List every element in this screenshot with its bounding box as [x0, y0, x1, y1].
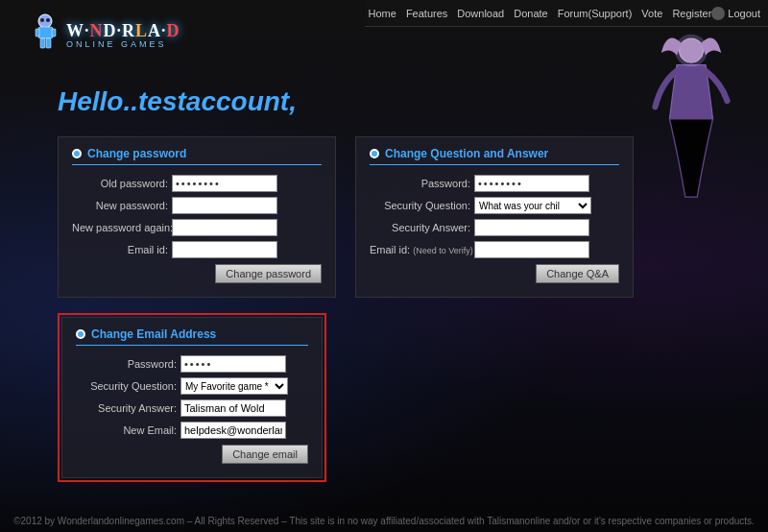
svg-rect-4: [36, 29, 39, 36]
change-qa-label: Change Question and Answer: [385, 147, 548, 160]
qa-email-input[interactable]: [474, 241, 589, 258]
qa-security-answer-label: Security Answer:: [370, 222, 470, 233]
footer: ©2012 by Wonderlandonlinegames.com – All…: [0, 516, 768, 526]
qa-email-row: Email id: (Need to Verify): [370, 241, 619, 258]
new-password-row: New password:: [72, 197, 322, 214]
change-email-outer-border: Change Email Address Password: Security …: [58, 313, 326, 482]
nav-logout[interactable]: Logout: [711, 7, 760, 20]
change-email-label: Change Email Address: [91, 327, 216, 341]
email-security-answer-row: Security Answer:: [76, 399, 308, 417]
old-password-row: Old password:: [72, 175, 322, 192]
new-password-label: New password:: [72, 200, 168, 211]
change-password-button[interactable]: Change password: [215, 264, 322, 283]
qa-email-note: (Need to Verify): [413, 246, 473, 255]
nav-register[interactable]: Register: [672, 8, 711, 19]
email-id-label: Email id:: [72, 244, 168, 255]
nav-donate[interactable]: Donate: [514, 8, 547, 19]
new-email-row: New Email:: [76, 422, 308, 439]
user-icon: [711, 7, 725, 20]
qa-security-question-select[interactable]: What was your chil What is your mother's…: [474, 197, 591, 214]
change-email-title: Change Email Address: [76, 327, 308, 346]
bullet-icon-2: [370, 149, 379, 158]
old-password-input[interactable]: [172, 175, 277, 192]
qa-security-answer-input[interactable]: [474, 219, 589, 236]
new-password-input[interactable]: [172, 197, 277, 214]
new-password-again-label: New password again:: [72, 222, 168, 233]
bullet-icon: [72, 149, 82, 158]
change-qa-btn-row: Change Q&A: [370, 264, 619, 283]
new-email-input[interactable]: [180, 422, 286, 439]
nav-forum[interactable]: Forum(Support): [558, 8, 633, 19]
nav-logout-label: Logout: [728, 8, 760, 19]
qa-security-question-label: Security Question:: [370, 200, 470, 211]
svg-point-0: [38, 14, 52, 28]
bullet-icon-3: [76, 329, 85, 339]
email-password-label: Password:: [76, 358, 177, 370]
email-id-input[interactable]: [172, 241, 277, 258]
change-password-btn-row: Change password: [72, 264, 322, 283]
qa-security-answer-row: Security Answer:: [370, 219, 619, 236]
email-security-answer-input[interactable]: [180, 399, 286, 417]
nav-home[interactable]: Home: [369, 8, 396, 19]
nav-features[interactable]: Features: [406, 8, 447, 19]
change-email-section: Change Email Address Password: Security …: [58, 313, 326, 482]
qa-password-row: Password:: [370, 175, 619, 192]
qa-password-label: Password:: [370, 178, 470, 189]
svg-point-1: [40, 18, 44, 22]
character-image: [643, 29, 739, 182]
change-password-title: Change password: [72, 147, 322, 165]
top-panels-row: Change password Old password: New passwo…: [58, 136, 634, 298]
greeting-text: Hello..testaccount,: [58, 86, 634, 117]
svg-rect-6: [40, 38, 45, 48]
change-email-button[interactable]: Change email: [222, 445, 308, 464]
email-id-row: Email id:: [72, 241, 322, 258]
change-email-panel: Change Email Address Password: Security …: [61, 317, 323, 478]
nav-download[interactable]: Download: [457, 8, 504, 19]
svg-rect-3: [38, 27, 53, 38]
svg-point-2: [46, 18, 50, 22]
email-password-row: Password:: [76, 355, 308, 373]
new-email-label: New Email:: [76, 424, 177, 436]
email-security-question-select[interactable]: My Favorite game * What was your childho…: [180, 377, 288, 395]
qa-security-question-row: Security Question: What was your chil Wh…: [370, 197, 619, 214]
change-password-panel: Change password Old password: New passwo…: [58, 136, 336, 298]
new-password-again-row: New password again:: [72, 219, 322, 236]
email-password-input[interactable]: [180, 355, 286, 373]
email-security-question-label: Security Question:: [76, 380, 177, 392]
change-password-label: Change password: [87, 147, 186, 160]
change-qa-button[interactable]: Change Q&A: [536, 264, 619, 283]
svg-rect-7: [46, 38, 51, 48]
qa-email-label: Email id: (Need to Verify): [370, 244, 470, 255]
change-qa-title: Change Question and Answer: [370, 147, 619, 165]
main-content: Hello..testaccount, Change password Old …: [58, 29, 634, 482]
change-qa-panel: Change Question and Answer Password: Sec…: [355, 136, 634, 298]
new-password-again-input[interactable]: [172, 219, 277, 236]
email-security-answer-label: Security Answer:: [76, 402, 177, 414]
svg-rect-5: [52, 29, 56, 36]
nav-bar: Home Features Download Donate Forum(Supp…: [365, 0, 768, 27]
change-email-btn-row: Change email: [76, 445, 308, 464]
old-password-label: Old password:: [72, 178, 168, 189]
nav-vote[interactable]: Vote: [641, 8, 662, 19]
email-security-question-row: Security Question: My Favorite game * Wh…: [76, 377, 308, 395]
svg-point-8: [680, 38, 704, 62]
qa-password-input[interactable]: [474, 175, 589, 192]
footer-text: ©2012 by Wonderlandonlinegames.com – All…: [13, 516, 755, 526]
